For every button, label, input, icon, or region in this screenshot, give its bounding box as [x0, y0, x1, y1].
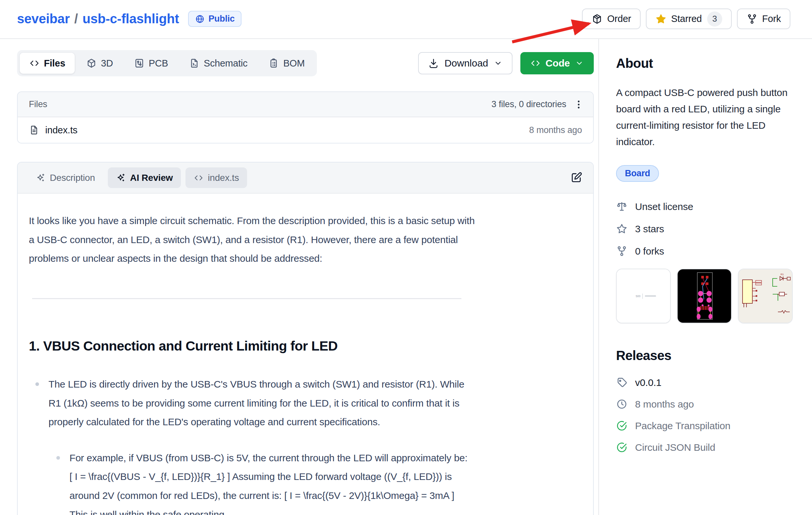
check-label: Package Transpilation — [635, 420, 730, 431]
repo-meta-list: Unset license 3 stars 0 forks — [616, 201, 793, 257]
file-icon — [29, 125, 39, 135]
meta-stars[interactable]: 3 stars — [616, 223, 793, 235]
file-name[interactable]: index.ts — [45, 125, 77, 135]
preview-thumbnails: 500 R1 — [616, 269, 793, 323]
download-label: Download — [444, 58, 488, 69]
visibility-badge: Public — [188, 11, 241, 27]
files-summary: 3 files, 0 directories — [492, 99, 566, 110]
breadcrumb-separator: / — [75, 11, 78, 26]
repo-link[interactable]: usb-c-flashlight — [83, 11, 179, 26]
review-bullet-list: The LED is directly driven by the USB-C'… — [29, 375, 579, 515]
order-button[interactable]: Order — [582, 8, 641, 29]
owner-link[interactable]: seveibar — [17, 11, 70, 26]
tab-3d[interactable]: 3D — [77, 53, 122, 74]
release-version: v0.0.1 — [635, 377, 662, 388]
meta-forks[interactable]: 0 forks — [616, 245, 793, 257]
release-list: v0.0.1 8 months ago Package Transpilatio… — [616, 377, 793, 453]
files-card-header: Files 3 files, 0 directories — [18, 92, 593, 117]
repo-title: seveibar / usb-c-flashlight Public — [17, 11, 241, 27]
tab-bom-label: BOM — [283, 58, 304, 69]
fork-label: Fork — [762, 13, 781, 24]
tab-files-label: Files — [44, 58, 65, 69]
about-title: About — [616, 56, 793, 71]
check-circle-icon — [616, 442, 628, 453]
tab-description-label: Description — [50, 173, 95, 183]
content-card: Description AI Review index.ts — [17, 162, 594, 515]
svg-text:R1: R1 — [781, 273, 784, 276]
repository-page: seveibar / usb-c-flashlight Public Order… — [0, 0, 812, 515]
code-icon — [194, 173, 203, 183]
tab-pcb[interactable]: PCB — [124, 53, 178, 74]
star-count-badge: 3 — [707, 11, 722, 27]
files-card-header-right: 3 files, 0 directories — [492, 99, 585, 111]
globe-icon — [195, 14, 205, 24]
files-card-title: Files — [29, 99, 47, 110]
tab-ai-review[interactable]: AI Review — [108, 168, 181, 188]
chevron-down-icon — [493, 59, 503, 68]
thumbnail-pcb-preview[interactable] — [677, 269, 732, 323]
release-check-circuit-json: Circuit JSON Build — [616, 442, 793, 453]
tab-pcb-label: PCB — [149, 58, 168, 69]
tab-description[interactable]: Description — [28, 168, 103, 188]
toolbar-actions: Download Code — [418, 52, 594, 74]
content-card-tabs: Description AI Review index.ts — [18, 162, 593, 193]
fork-button[interactable]: Fork — [737, 8, 790, 29]
sparkles-icon — [36, 173, 46, 183]
license-scale-icon — [616, 201, 628, 212]
page-header: seveibar / usb-c-flashlight Public Order… — [0, 0, 812, 39]
star-icon — [616, 223, 628, 235]
table-row-index-ts[interactable]: index.ts 8 months ago — [18, 117, 593, 143]
package-icon — [591, 13, 603, 25]
view-tabstrip: Files 3D PCB Schematic — [17, 50, 317, 76]
chevron-down-icon — [575, 59, 584, 68]
about-description: A compact USB-C powered push button boar… — [616, 85, 793, 150]
tab-schematic[interactable]: Schematic — [180, 53, 257, 74]
release-check-transpilation: Package Transpilation — [616, 420, 793, 431]
tab-bom[interactable]: BOM — [259, 53, 314, 74]
tag-icon — [616, 377, 628, 388]
page-layout: Files 3D PCB Schematic — [0, 39, 812, 515]
starred-button[interactable]: Starred 3 — [646, 8, 732, 29]
sidebar: About A compact USB-C powered push butto… — [598, 39, 812, 515]
svg-text:500: 500 — [636, 295, 641, 298]
releases-title: Releases — [616, 348, 793, 363]
starred-label: Starred — [671, 13, 702, 24]
clock-icon — [616, 398, 628, 410]
fork-icon — [747, 13, 758, 25]
tab-index-ts[interactable]: index.ts — [185, 168, 247, 188]
clipboard-list-icon — [268, 58, 279, 68]
release-version-row[interactable]: v0.0.1 — [616, 377, 793, 388]
stars-label: 3 stars — [635, 223, 664, 235]
visibility-label: Public — [208, 14, 235, 24]
divider — [32, 298, 461, 299]
header-actions: Order Starred 3 Fork — [582, 8, 790, 29]
tab-index-ts-label: index.ts — [208, 173, 239, 183]
tab-files[interactable]: Files — [20, 53, 75, 74]
fork-icon — [616, 245, 628, 257]
thumbnail-3d-preview[interactable]: 500 — [616, 269, 671, 323]
kebab-menu-icon[interactable] — [573, 99, 585, 111]
sparkles-icon — [116, 173, 126, 183]
thumbnail-schematic-preview[interactable]: R1 — [738, 269, 793, 323]
section-heading: 1. VBUS Connection and Current Limiting … — [29, 338, 579, 355]
tag-board[interactable]: Board — [616, 165, 659, 182]
list-item: The LED is directly driven by the USB-C'… — [49, 375, 470, 515]
code-icon — [530, 58, 541, 68]
check-label: Circuit JSON Build — [635, 442, 715, 453]
bullet-text: The LED is directly driven by the USB-C'… — [49, 379, 464, 427]
main-column: Files 3D PCB Schematic — [0, 39, 594, 515]
forks-label: 0 forks — [635, 246, 664, 257]
cube-icon — [86, 58, 97, 68]
release-age: 8 months ago — [635, 399, 694, 410]
edit-icon[interactable] — [570, 171, 583, 184]
meta-license: Unset license — [616, 201, 793, 212]
review-paragraph: It looks like you have a simple circuit … — [29, 211, 478, 268]
tab-schematic-label: Schematic — [204, 58, 248, 69]
schematic-file-icon — [189, 58, 200, 68]
code-button[interactable]: Code — [520, 52, 594, 74]
download-icon — [428, 58, 439, 69]
toolbar-row: Files 3D PCB Schematic — [17, 50, 594, 76]
download-button[interactable]: Download — [418, 52, 512, 74]
pcb-icon — [134, 58, 145, 68]
code-icon — [29, 58, 40, 68]
